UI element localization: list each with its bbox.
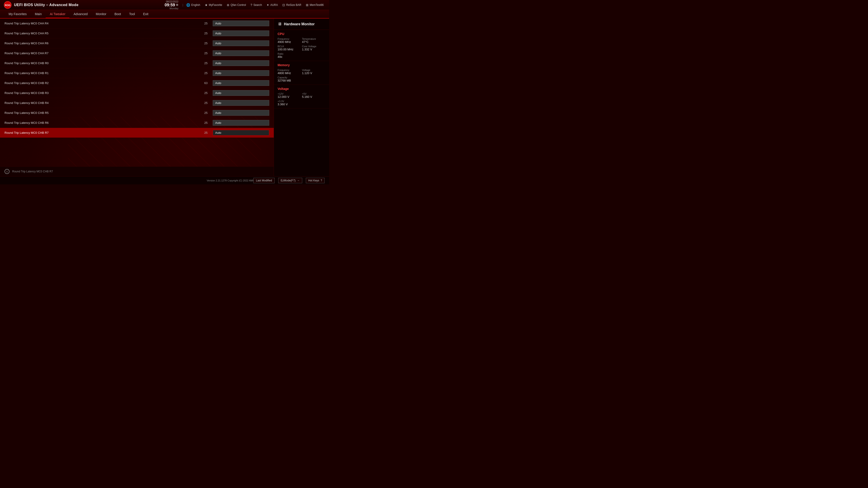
nav-monitor[interactable]: Monitor bbox=[92, 10, 111, 18]
row-value[interactable]: Auto bbox=[213, 70, 269, 76]
info-icon: i bbox=[4, 169, 9, 174]
qfan-button[interactable]: ⊛ Qfan Control bbox=[225, 2, 248, 8]
rog-logo-icon: ROG bbox=[4, 1, 12, 9]
row-num: 25 bbox=[199, 131, 213, 134]
cpu-corevolt-value: 1.332 V bbox=[302, 48, 326, 51]
table-row[interactable]: Round Trip Latency MC0 CHB R3 25 Auto bbox=[0, 88, 274, 98]
cpu-bclk-label: BCLK bbox=[278, 45, 301, 48]
table-row[interactable]: Round Trip Latency MC0 CHB R1 25 Auto bbox=[0, 68, 274, 78]
row-value[interactable]: Auto bbox=[213, 31, 269, 36]
nav-main[interactable]: Main bbox=[31, 10, 46, 18]
cpu-frequency-value: 4900 MHz bbox=[278, 40, 301, 43]
table-row[interactable]: Round Trip Latency MC0 CHA R6 25 Auto bbox=[0, 38, 274, 48]
english-button[interactable]: 🌐 English bbox=[184, 2, 202, 8]
row-value[interactable]: Auto bbox=[213, 80, 269, 86]
row-name: Round Trip Latency MC0 CHB R2 bbox=[4, 81, 199, 85]
cpu-ratio-value: 49x bbox=[278, 55, 301, 59]
table-row[interactable]: Round Trip Latency MC0 CHB R5 25 Auto bbox=[0, 108, 274, 118]
table-row-selected[interactable]: Round Trip Latency MC0 CHB R7 25 Auto bbox=[0, 128, 274, 138]
hardware-monitor-panel: 🖥 Hardware Monitor CPU Frequency 4900 MH… bbox=[274, 19, 329, 176]
mem-freq-item: Frequency 4800 MHz bbox=[278, 69, 301, 75]
v12-label: +12V bbox=[278, 92, 301, 95]
search-icon: ? bbox=[250, 3, 252, 7]
nav-tool[interactable]: Tool bbox=[125, 10, 139, 18]
row-num: 25 bbox=[199, 22, 213, 25]
row-value[interactable]: Auto bbox=[213, 60, 269, 66]
last-modified-button[interactable]: Last Modified bbox=[253, 178, 274, 183]
row-value[interactable]: Auto bbox=[213, 21, 269, 26]
content-area: Round Trip Latency MC0 CHA R4 25 Auto Ro… bbox=[0, 19, 274, 176]
aura-label: AURA bbox=[270, 3, 278, 6]
memory-stats-grid: Frequency 4800 MHz Voltage 1.120 V Capac… bbox=[278, 69, 326, 82]
table-row[interactable]: Round Trip Latency MC0 CHA R5 25 Auto bbox=[0, 29, 274, 38]
settings-gear-icon[interactable]: ⚙ bbox=[176, 4, 178, 6]
row-name: Round Trip Latency MC0 CHA R5 bbox=[4, 32, 199, 35]
memtest-button[interactable]: ⊞ MemTest86 bbox=[304, 2, 326, 8]
aura-button[interactable]: ✦ AURA bbox=[265, 2, 280, 8]
row-value[interactable]: Auto bbox=[213, 90, 269, 96]
hw-monitor-header: 🖥 Hardware Monitor bbox=[274, 19, 329, 30]
globe-icon: 🌐 bbox=[186, 3, 190, 7]
cpu-section-title: CPU bbox=[278, 32, 326, 36]
resize-icon: ⊡ bbox=[282, 3, 285, 7]
table-row[interactable]: Round Trip Latency MC0 CHB R6 25 Auto bbox=[0, 118, 274, 128]
ezmode-icon: → bbox=[297, 179, 300, 182]
ezmode-button[interactable]: EzMode(F7) → bbox=[278, 178, 302, 183]
search-button[interactable]: ? Search bbox=[249, 2, 264, 8]
table-row[interactable]: Round Trip Latency MC0 CHB R0 25 Auto bbox=[0, 58, 274, 68]
table-row[interactable]: Round Trip Latency MC0 CHA R4 25 Auto bbox=[0, 19, 274, 29]
row-name: Round Trip Latency MC0 CHB R6 bbox=[4, 121, 199, 125]
hotkeys-label: Hot Keys bbox=[308, 179, 319, 182]
table-row[interactable]: Round Trip Latency MC0 CHB R4 25 Auto bbox=[0, 98, 274, 108]
v12-value: 12.000 V bbox=[278, 95, 301, 98]
nav-exit[interactable]: Exit bbox=[139, 10, 152, 18]
time-label: 09:59 bbox=[164, 3, 175, 7]
header: ROG UEFI BIOS Utility – Advanced Mode 08… bbox=[0, 0, 329, 10]
table-row[interactable]: Round Trip Latency MC0 CHB R2 63 Auto bbox=[0, 78, 274, 88]
resize-bar-button[interactable]: ⊡ ReSize BAR bbox=[281, 2, 303, 8]
row-num: 25 bbox=[199, 121, 213, 125]
qfan-label: Qfan Control bbox=[230, 3, 246, 6]
row-value[interactable]: Auto bbox=[213, 51, 269, 56]
row-num: 25 bbox=[199, 32, 213, 35]
cpu-section: CPU Frequency 4900 MHz Temperature 47°C … bbox=[274, 30, 329, 61]
row-value[interactable]: Auto bbox=[213, 130, 269, 135]
row-name: Round Trip Latency MC0 CHA R6 bbox=[4, 41, 199, 45]
row-num: 25 bbox=[199, 52, 213, 55]
nav-advanced[interactable]: Advanced bbox=[69, 10, 92, 18]
cpu-corevolt-label: Core Voltage bbox=[302, 45, 326, 48]
row-value[interactable]: Auto bbox=[213, 100, 269, 106]
cpu-ratio-label: Ratio bbox=[278, 53, 301, 55]
nav-ai-tweaker[interactable]: Ai Tweaker bbox=[46, 10, 69, 18]
table-row[interactable]: Round Trip Latency MC0 CHA R7 25 Auto bbox=[0, 48, 274, 58]
hotkeys-button[interactable]: Hot Keys ? bbox=[306, 178, 324, 183]
v33-value: 3.360 V bbox=[278, 103, 326, 106]
v5-label: +5V bbox=[302, 92, 326, 95]
mem-volt-item: Voltage 1.120 V bbox=[302, 69, 326, 75]
version-text: Version 2.21.1278 Copyright (C) 2022 AMI bbox=[207, 179, 254, 182]
ezmode-label: EzMode(F7) bbox=[281, 179, 296, 182]
memory-section-title: Memory bbox=[278, 63, 326, 67]
header-toolbar: 08/22/2022 09:59 ⚙ Monday | 🌐 English ★ … bbox=[164, 0, 326, 10]
svg-text:ROG: ROG bbox=[5, 4, 10, 6]
english-label: English bbox=[191, 3, 200, 6]
cpu-temp-item: Temperature 47°C bbox=[302, 37, 326, 43]
row-value[interactable]: Auto bbox=[213, 110, 269, 116]
nav-my-favorites[interactable]: My Favorites bbox=[4, 10, 31, 18]
mem-freq-label: Frequency bbox=[278, 69, 301, 71]
row-num: 25 bbox=[199, 41, 213, 45]
row-num: 25 bbox=[199, 61, 213, 65]
row-name: Round Trip Latency MC0 CHB R5 bbox=[4, 111, 199, 115]
row-name: Round Trip Latency MC0 CHB R7 bbox=[4, 131, 199, 134]
row-value[interactable]: Auto bbox=[213, 120, 269, 126]
cpu-temp-value: 47°C bbox=[302, 40, 326, 43]
v33-item: +3.3V 3.360 V bbox=[278, 100, 326, 106]
row-num: 25 bbox=[199, 101, 213, 105]
footer: Version 2.21.1278 Copyright (C) 2022 AMI… bbox=[0, 176, 329, 184]
myfavorite-button[interactable]: ★ MyFavorite bbox=[203, 2, 224, 8]
v12-item: +12V 12.000 V bbox=[278, 92, 301, 98]
last-modified-label: Last Modified bbox=[256, 179, 272, 182]
resize-label: ReSize BAR bbox=[286, 3, 301, 6]
row-value[interactable]: Auto bbox=[213, 40, 269, 46]
nav-boot[interactable]: Boot bbox=[110, 10, 125, 18]
